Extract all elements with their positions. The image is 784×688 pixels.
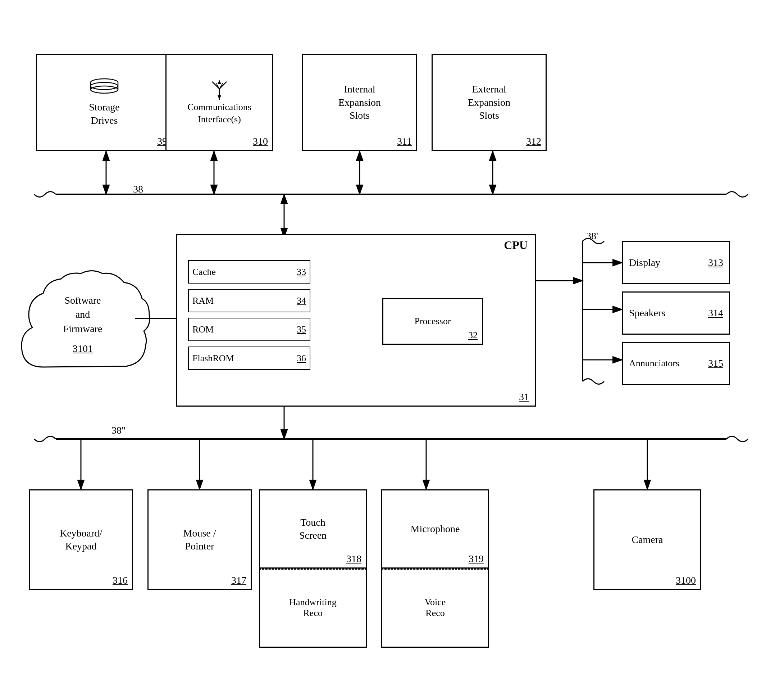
- internal-expansion-label: Internal Expansion Slots: [338, 83, 381, 122]
- microphone-num: 319: [469, 553, 484, 564]
- touch-screen-group: Touch Screen 318 Handwriting Reco: [259, 489, 367, 648]
- keyboard-label: Keyboard/ Keypad: [60, 527, 102, 553]
- microphone-box: Microphone 319: [381, 489, 489, 569]
- bus-38prime-label: 38': [586, 230, 598, 242]
- display-label: Display: [629, 257, 660, 269]
- speakers-num: 314: [708, 307, 723, 319]
- ram-box: RAM 34: [188, 289, 310, 312]
- cache-num: 33: [297, 267, 306, 277]
- speakers-label: Speakers: [629, 307, 665, 319]
- annunciators-label: Annunciators: [629, 358, 679, 369]
- processor-label: Processor: [414, 316, 451, 327]
- touch-screen-box: Touch Screen 318: [259, 489, 367, 569]
- rom-label: ROM: [193, 324, 214, 335]
- camera-label: Camera: [631, 533, 663, 546]
- mouse-box: Mouse / Pointer 317: [147, 489, 252, 590]
- svg-marker-42: [217, 80, 221, 84]
- internal-expansion-num: 311: [397, 136, 412, 147]
- cache-label: Cache: [193, 267, 216, 277]
- rom-box: ROM 35: [188, 318, 310, 341]
- keyboard-num: 316: [112, 575, 128, 586]
- mouse-label: Mouse / Pointer: [183, 527, 216, 553]
- comm-interface-label: Communications Interface(s): [187, 101, 251, 125]
- voice-reco-label: Voice Reco: [425, 597, 446, 619]
- flashrom-box: FlashROM 36: [188, 346, 310, 370]
- software-firmware-num: 3101: [72, 343, 93, 355]
- internal-expansion-box: Internal Expansion Slots 311: [302, 54, 417, 151]
- voice-reco-box: Voice Reco: [381, 569, 489, 648]
- storage-drives-label: Storage Drives: [89, 101, 120, 127]
- handwriting-reco-label: Handwriting Reco: [289, 597, 336, 619]
- camera-num: 3100: [676, 575, 696, 586]
- external-expansion-box: External Expansion Slots 312: [432, 54, 547, 151]
- annunciators-num: 315: [708, 358, 723, 369]
- antenna-icon: [209, 80, 230, 100]
- software-firmware-label: Software and Firmware: [63, 293, 102, 336]
- microphone-label: Microphone: [411, 523, 460, 535]
- bus-38-label: 38: [133, 183, 143, 195]
- annunciators-box: Annunciators 315: [622, 342, 730, 385]
- comm-interface-num: 310: [253, 136, 268, 147]
- display-box: Display 313: [622, 241, 730, 284]
- comm-interface-box: Communications Interface(s) 310: [165, 54, 273, 151]
- storage-drives-box: Storage Drives 39: [36, 54, 173, 151]
- disk-icon: [90, 78, 119, 98]
- touch-screen-label: Touch Screen: [299, 516, 326, 542]
- diagram-container: 38 38' 38" 7 Storage Drives 39 Com: [0, 0, 784, 688]
- processor-num: 32: [468, 330, 478, 341]
- ram-num: 34: [297, 295, 306, 306]
- flashrom-num: 36: [297, 353, 306, 364]
- microphone-group: Microphone 319 Voice Reco: [381, 489, 489, 648]
- processor-box: Processor 32: [382, 298, 483, 345]
- speakers-box: Speakers 314: [622, 292, 730, 335]
- display-num: 313: [708, 257, 723, 269]
- cpu-label: CPU: [504, 239, 527, 252]
- cpu-num: 31: [519, 391, 529, 403]
- svg-marker-43: [217, 96, 221, 100]
- cache-box: Cache 33: [188, 260, 310, 284]
- software-firmware-cloud: Software and Firmware 3101: [15, 266, 151, 381]
- touch-screen-num: 318: [346, 553, 361, 564]
- mouse-num: 317: [231, 575, 246, 586]
- ram-label: RAM: [193, 295, 214, 306]
- cpu-box: CPU 31 Cache 33 RAM 34 ROM 35 FlashROM 3…: [176, 234, 536, 407]
- handwriting-reco-box: Handwriting Reco: [259, 569, 367, 648]
- external-expansion-num: 312: [526, 136, 541, 147]
- camera-box: Camera 3100: [593, 489, 701, 590]
- flashrom-label: FlashROM: [193, 353, 234, 364]
- keyboard-box: Keyboard/ Keypad 316: [29, 489, 133, 590]
- external-expansion-label: External Expansion Slots: [468, 83, 510, 122]
- rom-num: 35: [297, 324, 306, 335]
- bus-38double-label: 38": [112, 425, 125, 436]
